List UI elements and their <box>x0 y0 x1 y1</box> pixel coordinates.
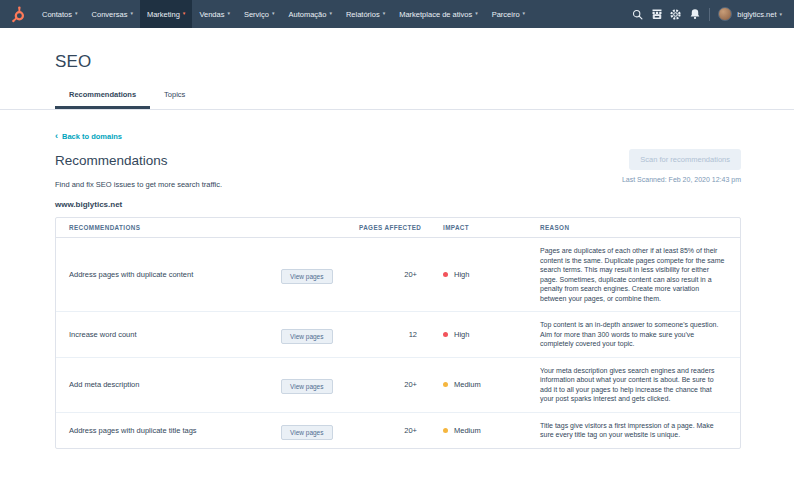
view-pages-cell: View pages <box>281 421 359 440</box>
nav-right: biglytics.net ▾ <box>628 0 794 28</box>
recommendation-label: Add meta description <box>56 380 281 389</box>
pages-affected-value: 20+ <box>359 380 429 389</box>
table-body: Address pages with duplicate content Vie… <box>56 238 740 448</box>
recommendation-label: Address pages with duplicate title tags <box>56 426 281 435</box>
page-head: SEO Recommendations Topics <box>0 28 794 110</box>
nav-item-marketplace-de-ativos[interactable]: Marketplace de ativos ▾ <box>392 0 484 28</box>
search-icon[interactable] <box>628 0 647 28</box>
impact-cell: Medium <box>429 380 526 389</box>
view-pages-button[interactable]: View pages <box>281 329 333 344</box>
impact-cell: High <box>429 330 526 339</box>
domain-name: www.biglytics.net <box>55 200 741 209</box>
pages-affected-value: 12 <box>359 330 429 339</box>
col-header-reason: Reason <box>526 218 740 237</box>
chevron-down-icon: ▾ <box>272 10 275 16</box>
table-header-row: Recommendations Pages affected Impact Re… <box>56 218 740 238</box>
nav-item-label: Contatos <box>42 10 72 19</box>
marketplace-icon[interactable] <box>647 0 666 28</box>
table-row: Add meta description View pages 20+ Medi… <box>56 358 740 413</box>
impact-label: Medium <box>454 426 481 435</box>
nav-item-conversas[interactable]: Conversas ▾ <box>85 0 140 28</box>
chevron-down-icon: ▾ <box>523 10 526 16</box>
view-pages-cell: View pages <box>281 265 359 284</box>
table-row: Increase word count View pages 12 High T… <box>56 312 740 358</box>
page-title: SEO <box>55 52 741 72</box>
nav-item-label: Serviço <box>244 10 269 19</box>
hubspot-logo-icon[interactable] <box>0 0 35 28</box>
view-pages-cell: View pages <box>281 325 359 344</box>
col-header-pages-affected: Pages affected <box>359 218 429 237</box>
chevron-down-icon: ▾ <box>75 10 78 16</box>
chevron-down-icon: ▾ <box>130 10 133 16</box>
chevron-down-icon: ▾ <box>329 10 332 16</box>
recommendation-label: Address pages with duplicate content <box>56 270 281 279</box>
tab-topics[interactable]: Topics <box>150 84 199 109</box>
chevron-down-icon: ▾ <box>183 10 186 16</box>
nav-item-vendas[interactable]: Vendas ▾ <box>192 0 237 28</box>
back-to-domains-link[interactable]: ‹ Back to domains <box>55 132 122 141</box>
impact-dot <box>443 428 448 433</box>
nav-item-label: Automação <box>288 10 326 19</box>
account-menu[interactable]: biglytics.net ▾ <box>718 7 782 21</box>
nav-item-label: Parceiro <box>492 10 520 19</box>
nav-item-label: Marketplace de ativos <box>399 10 472 19</box>
notifications-icon[interactable] <box>685 0 704 28</box>
chevron-down-icon: ▾ <box>475 10 478 16</box>
view-pages-cell: View pages <box>281 375 359 394</box>
scan-area: Scan for recommendations Last Scanned: F… <box>622 148 741 183</box>
nav-item-label: Vendas <box>199 10 224 19</box>
nav-item-serviço[interactable]: Serviço ▾ <box>237 0 282 28</box>
impact-label: High <box>454 330 469 339</box>
nav-item-contatos[interactable]: Contatos ▾ <box>35 0 85 28</box>
reason-text: Title tags give visitors a first impress… <box>526 413 740 448</box>
chevron-down-icon: ▾ <box>779 11 782 17</box>
impact-label: Medium <box>454 380 481 389</box>
nav-divider <box>709 8 710 21</box>
nav-item-automação[interactable]: Automação ▾ <box>281 0 338 28</box>
nav-items: Contatos ▾ Conversas ▾ Marketing ▾ Venda… <box>35 0 532 28</box>
nav-item-parceiro[interactable]: Parceiro ▾ <box>485 0 532 28</box>
nav-item-marketing[interactable]: Marketing ▾ <box>140 0 192 28</box>
impact-cell: Medium <box>429 426 526 435</box>
avatar <box>718 7 732 21</box>
reason-text: Top content is an in-depth answer to som… <box>526 312 740 357</box>
col-header-recommendations: Recommendations <box>56 218 359 237</box>
table-row: Address pages with duplicate title tags … <box>56 413 740 448</box>
view-pages-button[interactable]: View pages <box>281 425 333 440</box>
recommendations-table: Recommendations Pages affected Impact Re… <box>55 217 741 449</box>
main-content: ‹ Back to domains Recommendations Scan f… <box>0 110 794 449</box>
last-scanned-text: Last Scanned: Feb 20, 2020 12:43 pm <box>622 176 741 183</box>
chevron-left-icon: ‹ <box>55 132 58 141</box>
scan-for-recommendations-button[interactable]: Scan for recommendations <box>629 149 741 170</box>
table-row: Address pages with duplicate content Vie… <box>56 238 740 312</box>
view-pages-button[interactable]: View pages <box>281 379 333 394</box>
chevron-down-icon: ▾ <box>383 10 386 16</box>
impact-label: High <box>454 270 469 279</box>
settings-icon[interactable] <box>666 0 685 28</box>
impact-dot <box>443 382 448 387</box>
pages-affected-value: 20+ <box>359 426 429 435</box>
pages-affected-value: 20+ <box>359 270 429 279</box>
reason-text: Your meta description gives search engin… <box>526 358 740 412</box>
col-header-impact: Impact <box>429 218 526 237</box>
chevron-down-icon: ▾ <box>227 10 230 16</box>
tabs: Recommendations Topics <box>0 84 794 110</box>
nav-item-label: Conversas <box>92 10 128 19</box>
nav-item-relatórios[interactable]: Relatórios ▾ <box>339 0 392 28</box>
view-pages-button[interactable]: View pages <box>281 269 333 284</box>
recommendation-label: Increase word count <box>56 330 281 339</box>
app-window: Contatos ▾ Conversas ▾ Marketing ▾ Venda… <box>0 0 794 504</box>
hubspot-sprocket-icon <box>10 5 27 23</box>
back-link-label: Back to domains <box>62 132 122 141</box>
nav-item-label: Relatórios <box>346 10 380 19</box>
reason-text: Pages are duplicates of each other if at… <box>526 238 740 311</box>
tab-recommendations[interactable]: Recommendations <box>55 84 150 109</box>
impact-dot <box>443 272 448 277</box>
impact-cell: High <box>429 270 526 279</box>
section-header: Recommendations Scan for recommendations… <box>55 153 741 168</box>
impact-dot <box>443 332 448 337</box>
account-name: biglytics.net <box>737 10 776 19</box>
nav-item-label: Marketing <box>147 10 180 19</box>
top-navbar: Contatos ▾ Conversas ▾ Marketing ▾ Venda… <box>0 0 794 28</box>
